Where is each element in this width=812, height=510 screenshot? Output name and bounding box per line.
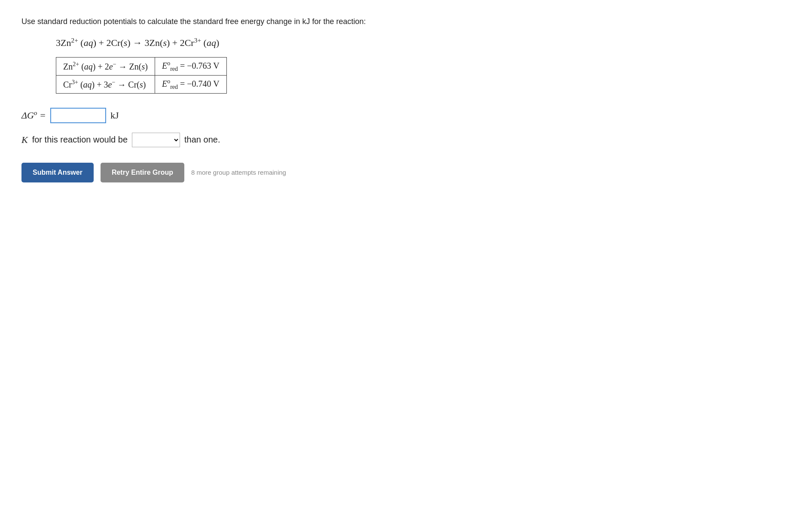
button-row: Submit Answer Retry Entire Group 8 more … (21, 163, 791, 182)
attempts-text: 8 more group attempts remaining (191, 169, 286, 176)
delta-g-row: ΔGo = kJ (21, 108, 791, 123)
potential-cell-2: Eored = −0.740 V (155, 75, 226, 93)
k-row: K for this reaction would be greater les… (21, 133, 791, 147)
reaction-cell-2: Cr3+ (aq) + 3e− → Cr(s) (56, 75, 155, 93)
delta-g-unit: kJ (110, 110, 119, 121)
table-row: Cr3+ (aq) + 3e− → Cr(s) Eored = −0.740 V (56, 75, 227, 93)
submit-button[interactable]: Submit Answer (21, 163, 94, 182)
potential-cell-1: Eored = −0.763 V (155, 58, 226, 76)
k-suffix-text: than one. (184, 135, 220, 145)
k-select[interactable]: greater less equal (132, 133, 180, 147)
reduction-table-container: Zn2+ (aq) + 2e− → Zn(s) Eored = −0.763 V… (56, 57, 227, 93)
k-label: K (21, 134, 28, 146)
delta-g-label: ΔGo = (21, 109, 46, 121)
retry-button[interactable]: Retry Entire Group (101, 163, 184, 182)
main-reaction: 3Zn2+ (aq) + 2Cr(s) → 3Zn(s) + 2Cr3+ (aq… (56, 36, 791, 49)
table-row: Zn2+ (aq) + 2e− → Zn(s) Eored = −0.763 V (56, 58, 227, 76)
reduction-table: Zn2+ (aq) + 2e− → Zn(s) Eored = −0.763 V… (56, 57, 227, 93)
delta-g-input[interactable] (50, 108, 106, 123)
reaction-cell-1: Zn2+ (aq) + 2e− → Zn(s) (56, 58, 155, 76)
k-prefix-text: for this reaction would be (32, 135, 128, 145)
problem-instruction: Use standard reduction potentials to cal… (21, 17, 791, 26)
